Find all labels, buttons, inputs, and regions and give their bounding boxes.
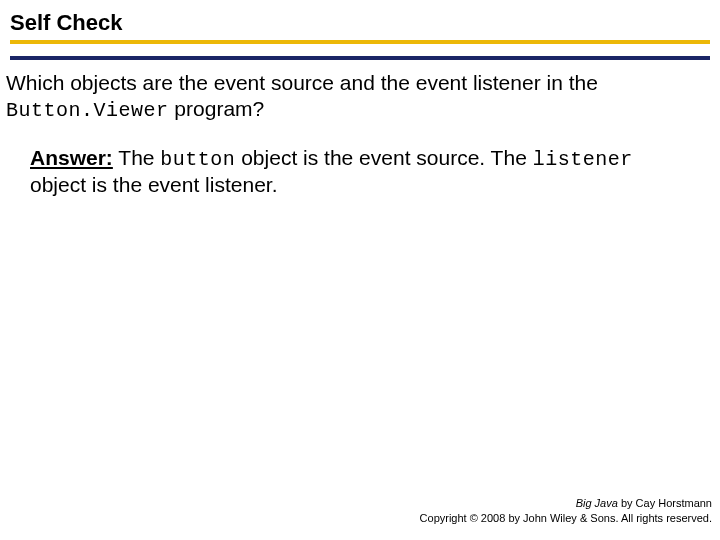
title-block: Self Check: [0, 0, 720, 60]
body: Which objects are the event source and t…: [0, 60, 720, 199]
answer-part1: The: [113, 146, 160, 169]
footer-book: Big Java: [576, 497, 618, 509]
question-code: Button.Viewer: [6, 99, 169, 122]
slide-title: Self Check: [10, 10, 710, 36]
footer-copyright: Copyright © 2008 by John Wiley & Sons. A…: [420, 511, 712, 526]
answer-code1: button: [160, 148, 235, 171]
footer: Big Java by Cay Horstmann Copyright © 20…: [420, 496, 712, 526]
slide: Self Check Which objects are the event s…: [0, 0, 720, 540]
answer-text: Answer: The button object is the event s…: [6, 145, 710, 198]
answer-code2: listener: [533, 148, 633, 171]
question-text: Which objects are the event source and t…: [6, 70, 710, 123]
question-part1: Which objects are the event source and t…: [6, 71, 598, 94]
answer-part3: object is the event listener.: [30, 173, 277, 196]
footer-line1: Big Java by Cay Horstmann: [420, 496, 712, 511]
divider-gold: [10, 40, 710, 44]
footer-author: by Cay Horstmann: [618, 497, 712, 509]
question-part2: program?: [169, 97, 265, 120]
answer-label: Answer:: [30, 146, 113, 169]
answer-part2: object is the event source. The: [235, 146, 532, 169]
